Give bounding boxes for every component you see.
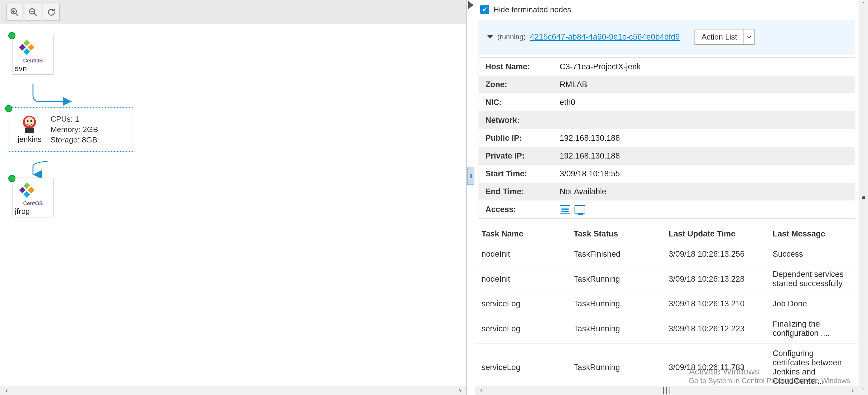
centos-icon — [15, 37, 39, 58]
svg-line-1 — [16, 13, 18, 16]
topology-canvas[interactable]: CentOS svn jenkins CPUs: 1 Me — [0, 24, 466, 386]
prop-row: Host Name:C3-71ea-ProjectX-jenk — [479, 58, 855, 76]
caret-down-icon[interactable] — [487, 35, 493, 39]
task-cell: serviceLog — [482, 299, 574, 308]
prop-label: Private IP: — [486, 151, 560, 161]
prop-label: NIC: — [486, 98, 560, 107]
task-cell: 3/09/18 10:26:11.783 — [669, 363, 773, 372]
status-dot-icon — [8, 32, 16, 39]
prop-value: Not Available — [560, 187, 606, 196]
action-list-select[interactable]: Action List — [694, 29, 754, 45]
task-cell: 3/09/18 10:26:13.228 — [669, 275, 773, 284]
col-task-name: Task Name — [482, 229, 574, 238]
refresh-button[interactable] — [43, 4, 60, 21]
prop-label: Start Time: — [486, 169, 560, 178]
task-cell: TaskRunning — [574, 363, 669, 372]
splitter-handle-icon[interactable] — [467, 167, 474, 185]
task-cell: Configuring certifcates between Jenkins … — [773, 349, 852, 386]
zoom-in-icon — [10, 7, 19, 17]
zoom-out-icon — [28, 7, 38, 17]
os-label: CentOS — [15, 58, 51, 64]
svg-line-5 — [34, 13, 36, 16]
svg-rect-9 — [19, 44, 26, 51]
svg-rect-15 — [25, 128, 34, 133]
prop-value: 192.168.130.188 — [560, 134, 620, 143]
status-dot-icon — [8, 175, 16, 182]
prop-row: Network: — [479, 111, 855, 129]
task-row[interactable]: serviceLogTaskRunning3/09/18 10:26:12.22… — [475, 314, 859, 343]
svg-rect-17 — [28, 187, 34, 193]
node-jenkins[interactable]: jenkins CPUs: 1 Memory: 2GB Storage: 8GB — [9, 107, 133, 152]
task-cell: nodeInit — [482, 250, 574, 259]
prop-value: RMLAB — [560, 80, 587, 89]
task-row[interactable]: serviceLogTaskRunning3/09/18 10:26:13.21… — [475, 294, 859, 314]
col-last-message: Last Message — [773, 229, 852, 238]
node-label: jenkins — [18, 135, 41, 144]
svg-rect-18 — [19, 187, 26, 193]
prop-label: Network: — [486, 116, 560, 125]
svg-rect-7 — [24, 39, 30, 46]
svg-rect-10 — [24, 49, 30, 55]
task-cell: serviceLog — [482, 363, 574, 372]
status-dot-icon — [5, 105, 12, 112]
task-row[interactable]: serviceLogTaskRunning3/09/18 10:26:11.78… — [475, 343, 859, 386]
hide-terminated-checkbox[interactable]: ✔ — [480, 5, 489, 14]
task-cell: TaskRunning — [574, 299, 669, 308]
svg-rect-16 — [24, 182, 30, 189]
task-row[interactable]: nodeInitTaskRunning3/09/18 10:26:13.228D… — [475, 264, 859, 294]
connector-icon — [30, 160, 48, 178]
pane-splitter[interactable] — [467, 0, 475, 395]
collapse-arrow-icon[interactable] — [468, 1, 473, 9]
zoom-in-button[interactable] — [6, 4, 23, 21]
scroll-menu-icon[interactable]: ≡ — [862, 194, 865, 201]
action-list-label: Action List — [695, 29, 744, 44]
task-cell: 3/09/18 10:26:13.210 — [669, 299, 773, 308]
refresh-icon — [47, 8, 56, 17]
left-horizontal-scrollbar[interactable]: ‹› — [0, 386, 466, 395]
prop-label: Public IP: — [486, 134, 560, 143]
node-label: svn — [15, 64, 51, 73]
run-header: (running) 4215c647-ab84-4a90-9e1c-c564e0… — [478, 20, 855, 54]
canvas-toolbar — [0, 0, 466, 24]
task-table: Task Name Task Status Last Update Time L… — [475, 224, 859, 386]
prop-value: 3/09/18 10:18:55 — [560, 169, 620, 178]
node-specs: CPUs: 1 Memory: 2GB Storage: 8GB — [51, 114, 98, 145]
col-last-update: Last Update Time — [669, 229, 773, 238]
prop-value: eth0 — [560, 98, 576, 107]
prop-value: C3-71ea-ProjectX-jenk — [560, 62, 641, 72]
os-label: CentOS — [15, 200, 51, 207]
prop-row: Public IP:192.168.130.188 — [479, 129, 855, 147]
node-label: jfrog — [15, 207, 51, 216]
task-cell: TaskFinished — [574, 250, 669, 259]
scroll-up-icon[interactable]: ˄ — [862, 1, 865, 8]
scroll-down-icon[interactable]: ˅ — [862, 387, 865, 394]
prop-label: Access: — [486, 205, 560, 214]
prop-value — [560, 205, 585, 214]
topology-pane: CentOS svn jenkins CPUs: 1 Me — [0, 0, 467, 395]
node-jfrog[interactable]: CentOS jfrog — [12, 177, 54, 218]
prop-row: Start Time:3/09/18 10:18:55 — [479, 165, 855, 182]
hide-terminated-row: ✔ Hide terminated nodes — [475, 0, 859, 18]
prop-row: Access: — [479, 200, 855, 218]
task-cell: TaskRunning — [574, 275, 669, 284]
task-cell: 3/09/18 10:26:13.256 — [669, 250, 773, 259]
monitor-icon[interactable] — [575, 205, 585, 214]
right-horizontal-scrollbar[interactable]: ‹|||› — [475, 386, 859, 395]
task-cell: Dependent services started successfully — [773, 270, 852, 288]
prop-row: End Time:Not Available — [479, 182, 855, 200]
task-cell: Job Done — [773, 299, 852, 308]
run-id-link[interactable]: 4215c647-ab84-4a90-9e1c-c564e0b4bfd9 — [530, 32, 680, 41]
right-vertical-scrollbar[interactable]: ˄ ≡ ˅ — [859, 0, 868, 395]
prop-label: Zone: — [486, 80, 560, 89]
chevron-down-icon[interactable] — [744, 29, 754, 44]
keyboard-icon[interactable] — [560, 205, 570, 214]
svg-point-13 — [27, 120, 29, 122]
prop-row: NIC:eth0 — [479, 93, 855, 111]
zoom-out-button[interactable] — [25, 4, 41, 21]
hide-terminated-label: Hide terminated nodes — [493, 5, 571, 14]
task-row[interactable]: nodeInitTaskFinished3/09/18 10:26:13.256… — [475, 244, 859, 264]
task-cell: serviceLog — [482, 324, 574, 333]
node-svn[interactable]: CentOS svn — [12, 35, 54, 75]
run-status: (running) — [497, 33, 526, 41]
prop-row: Private IP:192.168.130.188 — [479, 147, 855, 165]
